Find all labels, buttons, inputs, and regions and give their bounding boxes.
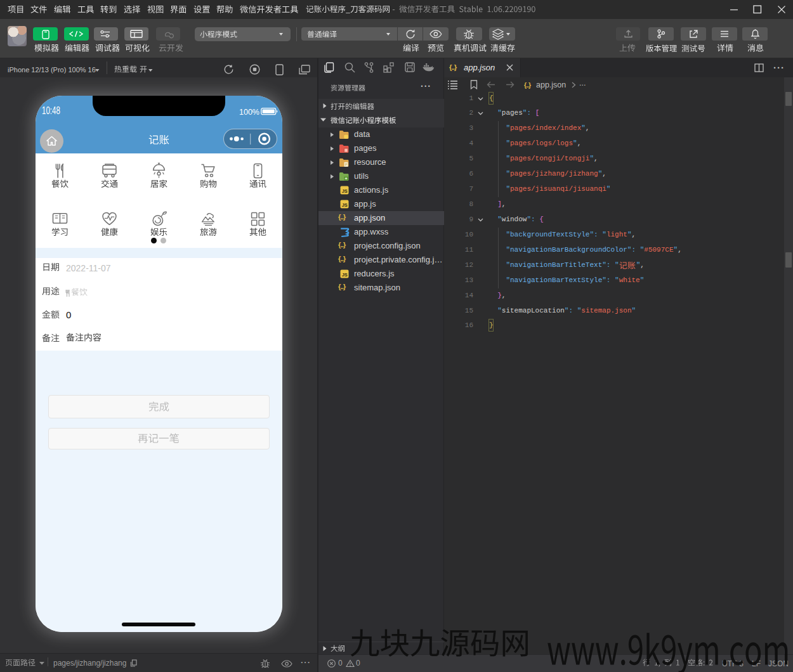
- svg-text:JS: JS: [342, 272, 348, 278]
- svg-text:JS: JS: [342, 202, 348, 208]
- svg-text:JS: JS: [342, 188, 348, 194]
